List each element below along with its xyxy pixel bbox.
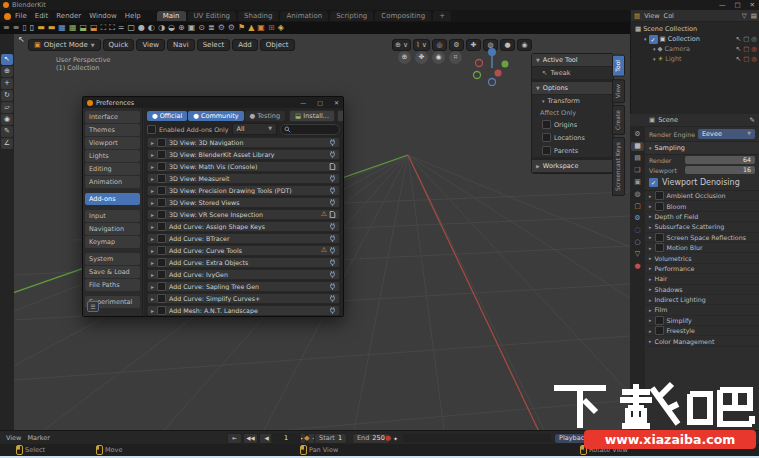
mode-dropdown[interactable]: ▣ Object Mode ▼: [28, 39, 101, 51]
addon-checkbox[interactable]: [157, 270, 166, 279]
warning-tool-icon[interactable]: ▲: [248, 23, 254, 33]
menu-file[interactable]: File: [15, 12, 27, 20]
prefs-nav-file-paths[interactable]: File Paths: [85, 279, 140, 291]
render-image-icon[interactable]: ⛶: [109, 23, 115, 33]
tool-scale[interactable]: ▱: [1, 102, 13, 113]
addon-row[interactable]: ▸3D View: 3D Navigation: [147, 137, 340, 148]
filter-icon[interactable]: ▽: [742, 12, 747, 20]
tab-constraints[interactable]: ○: [631, 238, 644, 247]
expand-icon[interactable]: ▸: [151, 199, 154, 206]
breadcrumb-scene[interactable]: Scene: [658, 116, 678, 124]
render-samples-slider[interactable]: 64: [685, 156, 755, 164]
section-color-management[interactable]: ▸Color Management: [645, 336, 759, 346]
camera-view-icon[interactable]: ⊙: [198, 23, 205, 33]
orbit-icon[interactable]: ⊕: [178, 23, 185, 33]
addon-row[interactable]: ▸3D View: BlenderKit Asset Library: [147, 149, 340, 160]
expand-icon[interactable]: ▸: [151, 187, 154, 194]
outliner-row-light[interactable]: ▾☀Light↖▢◎: [631, 54, 759, 64]
keying-set-icon[interactable]: ◆: [304, 434, 309, 442]
expand-icon[interactable]: ▸: [151, 307, 154, 314]
timeline-marker-menu[interactable]: Marker: [27, 434, 49, 442]
checkbox[interactable]: [542, 120, 551, 129]
snapping-dropdown[interactable]: ⌇ ∨: [413, 39, 430, 51]
section-depth-of-field[interactable]: ▸Depth of Field: [645, 212, 759, 222]
section-simplify[interactable]: ▸Simplify: [645, 316, 759, 326]
hide-viewport-icon[interactable]: ▢: [743, 55, 749, 63]
addon-checkbox[interactable]: [157, 186, 166, 195]
orientation-gizmo[interactable]: [472, 46, 510, 86]
prefs-nav-navigation[interactable]: Navigation: [85, 223, 140, 235]
expand-icon[interactable]: ▸: [151, 223, 154, 230]
tab-view-layer[interactable]: ❏: [631, 166, 644, 175]
shading-box-icon[interactable]: ▢: [128, 23, 136, 33]
addon-row[interactable]: ▸3D View: Measureit: [147, 173, 340, 184]
frame-range-slider[interactable]: [403, 434, 551, 442]
gear-icon[interactable]: ⚙: [228, 23, 235, 33]
workspace-tab[interactable]: +: [433, 11, 451, 21]
section-checkbox[interactable]: [655, 233, 664, 242]
filter-tab-community[interactable]: ●Community: [188, 111, 243, 121]
addon-checkbox[interactable]: [157, 174, 166, 183]
section-freestyle[interactable]: ▸Freestyle: [645, 326, 759, 336]
shading-material-icon[interactable]: ◐: [148, 23, 155, 33]
new-file-icon[interactable]: ▯: [22, 23, 26, 33]
export-icon[interactable]: ⬓: [90, 23, 98, 33]
select-icon[interactable]: ↖: [736, 45, 741, 53]
addon-checkbox[interactable]: [157, 306, 166, 315]
zoom-bubble[interactable]: ⊕: [398, 51, 411, 64]
prefs-nav-save-load[interactable]: Save & Load: [85, 266, 140, 278]
prefs-nav-lights[interactable]: Lights: [85, 150, 140, 162]
section-checkbox[interactable]: [655, 326, 664, 335]
menu-help[interactable]: Help: [125, 12, 141, 20]
tab-physics[interactable]: ◌: [631, 226, 644, 235]
playback-button[interactable]: ◀◀: [243, 433, 258, 444]
prefs-nav-themes[interactable]: Themes: [85, 124, 140, 136]
section-indirect-lighting[interactable]: ▸Indirect Lighting: [645, 295, 759, 305]
perspective-bubble[interactable]: ⌗: [449, 51, 462, 64]
tool-move[interactable]: +: [1, 78, 13, 89]
section-checkbox[interactable]: [655, 202, 664, 211]
filter-tab-official[interactable]: ●Official: [147, 111, 187, 121]
prefs-nav-editing[interactable]: Editing: [85, 163, 140, 175]
addon-row[interactable]: ▸Add Curve: Sapling Tree Gen: [147, 281, 340, 292]
tab-output[interactable]: ▤: [631, 154, 644, 163]
expand-icon[interactable]: ▸: [151, 163, 154, 170]
addon-checkbox[interactable]: [157, 234, 166, 243]
shading-rendered-icon[interactable]: ◉: [517, 39, 532, 51]
addon-checkbox[interactable]: [157, 282, 166, 291]
display-mode-icon[interactable]: ▤: [751, 12, 757, 20]
tab-tool[interactable]: ⚙: [631, 130, 644, 139]
separator-icon[interactable]: =: [118, 23, 125, 33]
tab-modifiers[interactable]: ⚙: [631, 214, 644, 223]
addon-row[interactable]: ▸Add Curve: Simplify Curves+: [147, 293, 340, 304]
hide-viewport-icon[interactable]: ▢: [743, 35, 749, 43]
hamburger-icon[interactable]: ≡: [3, 23, 10, 33]
transform-subpanel[interactable]: ▾ Transform: [532, 95, 613, 107]
workspace-tab[interactable]: UV Editing: [188, 11, 237, 21]
shading-solid-icon[interactable]: ●: [138, 23, 145, 33]
tab-world[interactable]: ◍: [631, 190, 644, 199]
section-bloom[interactable]: ▸Bloom: [645, 201, 759, 211]
expand-icon[interactable]: ▸: [151, 139, 154, 146]
prefs-nav-add-ons[interactable]: Add-ons: [85, 193, 140, 205]
checkbox[interactable]: [542, 146, 551, 155]
hide-viewport-icon[interactable]: ▢: [743, 45, 749, 53]
camera-bubble[interactable]: ◉: [432, 51, 445, 64]
addon-row[interactable]: ▸3D View: Precision Drawing Tools (PDT): [147, 185, 340, 196]
blender-menu-icon[interactable]: [4, 13, 11, 20]
auto-key-record-icon[interactable]: ●: [385, 434, 391, 442]
window-control[interactable]: ✕: [750, 1, 755, 9]
section-motion-blur[interactable]: ▸Motion Blur: [645, 243, 759, 253]
outliner-col-menu[interactable]: Col: [664, 12, 674, 20]
select-icon[interactable]: ↖: [736, 55, 741, 63]
disclosure-icon[interactable]: ▾: [653, 56, 656, 62]
tab-render[interactable]: ▦: [631, 142, 644, 151]
addon-row[interactable]: ▸Add Curve: BTracer: [147, 233, 340, 244]
tool-annotate[interactable]: ✎: [1, 126, 13, 137]
tool-measure[interactable]: ∠: [1, 138, 13, 149]
menu-edit[interactable]: Edit: [35, 12, 49, 20]
addon-checkbox[interactable]: [157, 138, 166, 147]
render-engine-dropdown[interactable]: Eevee ▼: [698, 129, 755, 139]
workspace-tab[interactable]: Compositing: [375, 11, 431, 21]
flag-icon[interactable]: ⚑: [238, 23, 245, 33]
